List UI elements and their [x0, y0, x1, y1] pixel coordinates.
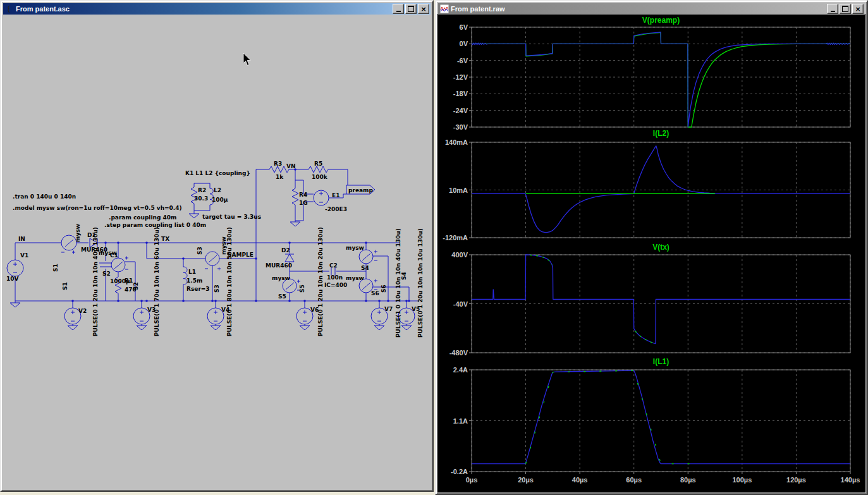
y-tick-label: 1.1A	[453, 417, 468, 425]
schematic-labels: .tran 0 140u 0 140n.model mysw sw(ron=1u…	[6, 161, 424, 338]
schematic-text: K1 L1 L2 {coupling}	[185, 170, 250, 176]
schematic-text: S4	[401, 272, 407, 280]
schematic-text: PULSE(0 1 20u 10n 10n 10u 130u)	[417, 228, 424, 338]
schematic-text: 470	[125, 286, 137, 293]
schematic-text: R1	[125, 278, 133, 284]
y-tick-label: -120mA	[443, 234, 468, 241]
schematic-titlebar[interactable]: From patent.asc ×	[3, 3, 431, 15]
minimize-icon	[831, 11, 835, 12]
y-tick-label: -12V	[453, 73, 468, 81]
schematic-text: PULSE(0 1 70u 10n 10n 60u 130u)	[154, 227, 160, 336]
schematic-window-icon	[4, 4, 14, 13]
y-tick-label: -40V	[453, 300, 468, 308]
y-tick-label: -480V	[449, 349, 468, 357]
schematic-text: mysw	[272, 275, 290, 281]
minimize-button[interactable]	[827, 4, 838, 14]
schematic-text: L1	[188, 269, 196, 275]
schematic-text: S6	[381, 284, 387, 293]
schematic-canvas[interactable]: .tran 0 140u 0 140n.model mysw sw(ron=1u…	[1, 1, 432, 491]
plot-background	[437, 14, 865, 492]
schematic-text: MUR460	[266, 262, 292, 269]
schematic-text: V7	[384, 306, 393, 312]
schematic-text: S6	[371, 290, 379, 296]
maximize-icon	[408, 6, 414, 12]
schematic-window: .tran 0 140u 0 140n.model mysw sw(ron=1u…	[0, 0, 434, 492]
schematic-text: R4	[299, 192, 307, 198]
schematic-text: 100k	[312, 174, 328, 180]
schematic-text: 30.3	[194, 195, 208, 202]
waveform-window-icon	[439, 4, 449, 13]
x-tick-label: 0µs	[466, 476, 478, 484]
schematic-text: R2	[198, 187, 206, 193]
schematic-text: S2	[102, 271, 111, 277]
schematic-text: S1	[52, 264, 59, 272]
schematic-text: -200E3	[325, 206, 347, 212]
schematic-text: 100n	[327, 274, 343, 281]
schematic-text: L2	[214, 187, 221, 193]
minimize-button[interactable]	[393, 4, 404, 14]
desktop: .tran 0 140u 0 140n.model mysw sw(ron=1u…	[0, 0, 868, 495]
resistor-symbols	[115, 166, 328, 293]
schematic-text: R5	[314, 161, 322, 167]
x-tick-label: 60µs	[626, 476, 642, 484]
y-tick-label: -18V	[453, 90, 468, 97]
x-tick-label: 80µs	[680, 476, 696, 484]
schematic-text: PULSE(0 1 80u 10n 10n 50u 130u)	[226, 227, 233, 336]
y-tick-label: 2.4A	[453, 366, 468, 374]
y-tick-label: -24V	[453, 107, 468, 114]
schematic-text: target tau = 3.3us	[202, 214, 261, 220]
y-tick-label: 400V	[451, 251, 468, 259]
schematic-text: S3	[214, 284, 220, 293]
source-v1	[7, 260, 23, 276]
y-tick-label: 0V	[460, 40, 468, 47]
waveform-titlebar[interactable]: From patent.raw ×	[438, 3, 865, 15]
schematic-text: mysw	[346, 275, 364, 281]
schematic-text: S3	[197, 247, 203, 255]
switch-s3	[205, 252, 219, 266]
close-button[interactable]: ×	[418, 4, 429, 14]
schematic-text: D2	[281, 247, 290, 254]
schematic-text: PULSE(0 1 20u 10n 10n 20u 130u)	[317, 227, 324, 336]
schematic-text: Rser=3	[186, 286, 210, 292]
schematic-text: PULSE(0 1 20u 10n 10n 40u 130u)	[92, 227, 99, 336]
x-tick-label: 120µs	[786, 476, 806, 484]
schematic-text: V2	[78, 308, 87, 314]
schematic-text: mysw	[75, 224, 81, 242]
schematic-text: preamp	[348, 187, 373, 193]
ground-flags	[10, 214, 412, 330]
diode-d2	[285, 254, 294, 262]
close-button[interactable]: ×	[852, 4, 864, 14]
y-tick-label: 6V	[460, 23, 468, 31]
switch-s2	[111, 258, 125, 272]
waveform-window-title: From patent.raw	[451, 5, 825, 13]
schematic-text: .tran 0 140u 0 140n	[13, 193, 76, 200]
schematic-text: VN	[286, 163, 296, 169]
schematic-text: 1G	[299, 200, 308, 206]
y-tick-label: -0.2A	[451, 468, 468, 475]
maximize-button[interactable]	[405, 4, 417, 14]
schematic-text: mysw	[99, 250, 117, 256]
schematic-text: mysw	[346, 245, 364, 251]
y-tick-label: -30V	[453, 123, 468, 131]
waveform-canvas[interactable]: 6V0V-6V-12V-18V-24V-30VV(preamp)140mA10m…	[436, 1, 867, 494]
maximize-icon	[842, 6, 848, 12]
schematic-text: IC=400	[324, 282, 347, 288]
y-tick-label: 140mA	[445, 138, 468, 146]
mouse-cursor	[243, 53, 252, 69]
schematic-text: 10V	[6, 276, 19, 282]
schematic-text: S5	[278, 293, 286, 300]
minimize-icon	[396, 11, 401, 12]
schematic-text: S1	[62, 282, 68, 290]
switch-s4	[359, 250, 373, 264]
y-tick-label: 10mA	[449, 186, 468, 194]
schematic-text: S5	[299, 284, 305, 293]
plot-title: V(preamp)	[642, 16, 680, 25]
schematic-text: .model mysw sw(ron=1u roff=10meg vt=0.5 …	[13, 205, 182, 211]
x-tick-label: 40µs	[572, 476, 588, 484]
schematic-text: .param coupling 40m	[109, 214, 176, 221]
schematic-text: 100µ	[212, 197, 228, 203]
maximize-button[interactable]	[840, 4, 851, 14]
schematic-text: 1k	[276, 174, 284, 180]
x-tick-label: 20µs	[518, 476, 534, 484]
plot-title: V(tx)	[652, 243, 669, 252]
